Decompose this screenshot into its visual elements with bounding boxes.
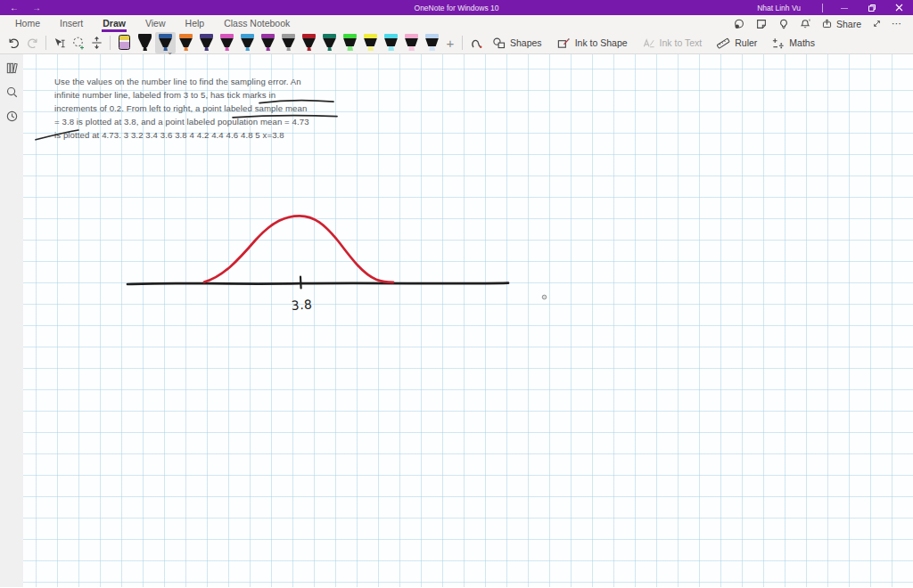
minimize-icon — [840, 4, 849, 12]
close-icon — [895, 4, 903, 12]
feed-button[interactable] — [754, 17, 769, 31]
ruler-button[interactable]: Ruler — [709, 33, 764, 53]
ruler-label: Ruler — [735, 37, 757, 48]
onenote-window: ← → OneNote for Windows 10 Nhat Linh Vu … — [0, 0, 913, 588]
ink-to-text-label: Ink to Text — [660, 37, 703, 48]
pen-blue[interactable]: ⌄ — [155, 32, 176, 53]
pen-sky-blue[interactable] — [237, 32, 258, 53]
ink-to-text-icon — [642, 37, 655, 50]
tab-home[interactable]: Home — [5, 15, 50, 32]
search-button[interactable] — [4, 85, 19, 99]
highlighter-cyan[interactable] — [381, 32, 401, 53]
pen-black[interactable] — [135, 32, 155, 53]
ink-to-shape-button[interactable]: Ink to Shape — [549, 33, 635, 53]
pen-orange[interactable] — [176, 32, 196, 53]
highlighter-pink[interactable] — [401, 32, 422, 53]
pen-indigo[interactable] — [196, 32, 217, 53]
lasso-select-button[interactable] — [69, 33, 87, 53]
notebooks-icon — [5, 61, 19, 75]
presence-icon — [733, 18, 745, 30]
redo-icon — [26, 37, 39, 50]
share-label: Share — [836, 19, 861, 29]
ideas-button[interactable] — [777, 17, 791, 31]
pen-magenta[interactable] — [217, 32, 237, 53]
highlighter-green[interactable] — [340, 32, 360, 53]
lightbulb-icon — [777, 18, 790, 30]
recent-notes-button[interactable] — [4, 109, 19, 123]
feed-icon — [755, 18, 768, 30]
titlebar-actions: Share ⋯ — [732, 15, 913, 32]
tab-draw[interactable]: Draw — [93, 15, 136, 32]
add-pen-button[interactable]: + — [442, 33, 458, 53]
shapes-icon — [492, 37, 506, 50]
close-button[interactable] — [885, 0, 913, 15]
highlighter-yellow[interactable] — [360, 32, 381, 53]
pen-gray[interactable] — [278, 32, 299, 53]
select-tool-icon — [53, 37, 66, 50]
select-objects-button[interactable] — [50, 33, 69, 53]
tab-insert[interactable]: Insert — [50, 15, 93, 32]
presence-button[interactable] — [732, 17, 746, 31]
note-line: is plotted at 4.73. 3 3.2 3.4 3.6 3.8 4 … — [54, 128, 345, 142]
pen-teal-green[interactable] — [319, 32, 340, 53]
window-title: OneNote for Windows 10 — [415, 4, 499, 12]
undo-button[interactable] — [4, 33, 23, 53]
restore-button[interactable] — [858, 0, 885, 15]
note-line: Use the values on the number line to fin… — [54, 75, 345, 88]
eraser-icon — [119, 35, 130, 50]
share-icon — [821, 18, 833, 29]
user-name: Nhat Linh Vu — [757, 4, 801, 12]
fullscreen-icon — [871, 18, 883, 29]
shapes-label: Shapes — [510, 37, 542, 48]
ink-to-shape-label: Ink to Shape — [575, 37, 628, 48]
minimize-button[interactable] — [830, 0, 858, 15]
notebooks-button[interactable] — [4, 61, 19, 75]
title-bar: ← → OneNote for Windows 10 Nhat Linh Vu — [0, 0, 913, 15]
draw-with-touch-icon — [469, 36, 483, 50]
insert-space-button[interactable] — [87, 33, 106, 53]
shapes-button[interactable]: Shapes — [485, 33, 549, 53]
back-icon[interactable]: ← — [10, 0, 19, 15]
pen-dark-red[interactable] — [299, 32, 319, 53]
maths-icon — [771, 37, 785, 50]
highlighter-light-blue[interactable] — [422, 32, 442, 53]
restore-icon — [868, 4, 876, 12]
draw-with-touch-button[interactable] — [466, 33, 485, 53]
pen-purple[interactable] — [258, 32, 278, 53]
titlebar-divider — [822, 4, 823, 12]
search-icon — [5, 86, 19, 99]
note-line: increments of 0.2. From left to right, a… — [54, 102, 345, 115]
maths-label: Maths — [789, 37, 815, 48]
lasso-select-icon — [71, 36, 86, 50]
ink-to-text-button: Ink to Text — [635, 33, 710, 53]
share-button[interactable]: Share — [821, 18, 861, 29]
tab-class-notebook[interactable]: Class Notebook — [214, 15, 300, 32]
left-rail — [0, 54, 23, 587]
ink-to-shape-icon — [556, 37, 571, 50]
more-options-button[interactable]: ⋯ — [892, 18, 902, 29]
ruler-icon — [716, 37, 730, 50]
recent-notes-icon — [5, 110, 19, 123]
note-line: = 3.8 is plotted at 3.8, and a point lab… — [54, 115, 345, 128]
question-text[interactable]: Use the values on the number line to fin… — [54, 75, 345, 142]
tab-view[interactable]: View — [136, 15, 176, 32]
ribbon-tab-bar: HomeInsertDrawViewHelpClass Notebook Sha… — [0, 15, 913, 32]
redo-button[interactable] — [23, 33, 42, 53]
eraser-button[interactable] — [114, 32, 135, 53]
insert-space-icon — [90, 36, 103, 50]
fullscreen-button[interactable] — [869, 17, 884, 31]
bell-icon — [799, 18, 812, 30]
ribbon-tabs: HomeInsertDrawViewHelpClass Notebook — [5, 15, 300, 32]
page-canvas[interactable]: Use the values on the number line to fin… — [23, 54, 913, 587]
draw-toolbar: ⌄ + Shapes Ink to Shape Ink to Text Rule… — [0, 32, 913, 54]
forward-icon[interactable]: → — [32, 0, 41, 15]
main-area: Use the values on the number line to fin… — [0, 54, 913, 587]
note-line: infinite number line, labeled from 3 to … — [54, 88, 345, 102]
pen-gallery: ⌄ — [135, 32, 442, 53]
tab-help[interactable]: Help — [176, 15, 215, 32]
maths-button[interactable]: Maths — [764, 33, 822, 53]
undo-icon — [7, 37, 21, 50]
notifications-button[interactable] — [799, 17, 813, 31]
